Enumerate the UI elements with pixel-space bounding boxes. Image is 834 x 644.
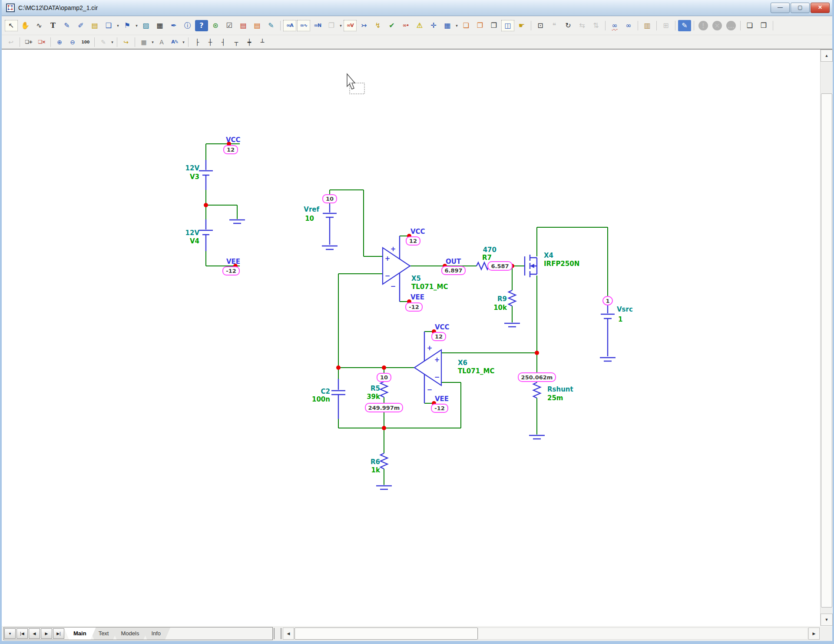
- select-mode-button[interactable]: ↖: [5, 20, 18, 31]
- prev-page-button[interactable]: ◀: [29, 628, 40, 639]
- flag-mode-button[interactable]: ⚑: [121, 20, 134, 31]
- show-attribute-text-button[interactable]: ∞A: [283, 20, 296, 31]
- tab-list-button[interactable]: ▾: [4, 628, 16, 639]
- font-style-button-dropdown-icon[interactable]: ▾: [181, 40, 186, 44]
- show-power-button[interactable]: ↯: [371, 20, 384, 31]
- resistor-R6[interactable]: [381, 453, 387, 469]
- split-window-button[interactable]: ❏: [460, 20, 473, 31]
- select-area-button[interactable]: ⊡: [534, 20, 547, 31]
- warning-button[interactable]: ⚠: [413, 20, 426, 31]
- zoom-100-button[interactable]: 100: [79, 37, 92, 47]
- vertical-scroll-track[interactable]: [821, 62, 833, 93]
- maximize-button[interactable]: ▢: [791, 3, 810, 13]
- tab-info[interactable]: Info: [142, 627, 170, 640]
- align-right-button[interactable]: ┤: [217, 37, 229, 47]
- find-next-button[interactable]: ∞: [622, 20, 635, 31]
- flag-mode-button-dropdown-icon[interactable]: ▾: [134, 23, 139, 28]
- draw-toggle-button-dropdown-icon[interactable]: ▾: [110, 40, 115, 44]
- show-currents-button[interactable]: ↣: [357, 20, 371, 31]
- move-button[interactable]: ✛: [427, 20, 440, 31]
- page-small-button[interactable]: ❐: [487, 20, 500, 31]
- annotation-button[interactable]: ✒: [167, 20, 180, 31]
- grid-button-dropdown-icon[interactable]: ▾: [454, 23, 459, 28]
- next-page-button[interactable]: ▶: [41, 628, 52, 639]
- opamp-X6[interactable]: + − + −: [414, 332, 441, 403]
- battery-Vsrc[interactable]: [601, 305, 615, 356]
- text-mode-button[interactable]: T: [46, 20, 60, 31]
- schematic-page[interactable]: + − + −: [2, 50, 820, 626]
- battery-V4[interactable]: [199, 219, 213, 251]
- capacitor-C2[interactable]: [331, 379, 345, 419]
- bus-button[interactable]: ▤: [88, 20, 101, 31]
- text-area-button[interactable]: ▤: [251, 20, 264, 31]
- last-page-button[interactable]: ▶|: [53, 628, 64, 639]
- battery-Vref[interactable]: [323, 204, 337, 245]
- help-mode-button[interactable]: ?: [195, 20, 208, 31]
- battery-V3[interactable]: [199, 160, 213, 190]
- spreadsheet-button[interactable]: ▦: [153, 20, 166, 31]
- shape-tools-button-dropdown-icon[interactable]: ▾: [116, 23, 120, 28]
- diagonal-wire-button[interactable]: ✐: [74, 20, 87, 31]
- find-button[interactable]: ∞: [608, 20, 621, 31]
- align-left-button[interactable]: ├: [191, 37, 203, 47]
- wire-draw-button[interactable]: ✎: [60, 20, 73, 31]
- shape-tools-button[interactable]: ❑: [102, 20, 115, 31]
- horizontal-scroll-thumb[interactable]: [295, 627, 478, 640]
- scroll-right-button[interactable]: ▶: [808, 627, 820, 640]
- align-middle-button[interactable]: ┿: [243, 37, 255, 47]
- tab-splitter[interactable]: [274, 628, 281, 639]
- send-to-back-button[interactable]: ❒: [757, 20, 770, 31]
- component-link-button[interactable]: ⊛: [209, 20, 222, 31]
- region-enable-button[interactable]: ▤: [237, 20, 250, 31]
- edit-page-button[interactable]: ✎: [265, 20, 278, 31]
- info-mode-button[interactable]: ⓘ: [181, 20, 194, 31]
- font-button[interactable]: A: [156, 37, 168, 47]
- wire-mode-button[interactable]: ∿: [33, 20, 46, 31]
- circuit-wires[interactable]: [206, 144, 608, 485]
- mosfet-X4[interactable]: [525, 255, 537, 277]
- flowchart-button[interactable]: ◫: [501, 20, 514, 31]
- show-conditions-button[interactable]: ✔: [385, 20, 398, 31]
- align-bottom-button[interactable]: ┴: [256, 37, 268, 47]
- notes-button[interactable]: ▥: [641, 20, 654, 31]
- zoom-in-button[interactable]: ⊕: [53, 37, 66, 47]
- rotate-button[interactable]: ↻: [562, 20, 575, 31]
- horizontal-scroll-track[interactable]: [478, 627, 808, 640]
- helpers-button[interactable]: ☛: [515, 20, 528, 31]
- vertical-scroll-thumb[interactable]: [821, 93, 832, 607]
- opamp-X5[interactable]: + − + −: [383, 236, 410, 302]
- resistor-R5[interactable]: [381, 382, 387, 397]
- picture-button[interactable]: ▨: [139, 20, 152, 31]
- font-style-button[interactable]: A✎: [169, 37, 181, 47]
- close-button[interactable]: ✕: [811, 3, 830, 13]
- resistor-R9[interactable]: [509, 290, 516, 306]
- pan-button[interactable]: ✋: [19, 20, 32, 31]
- add-page-button[interactable]: ❏+: [23, 37, 35, 47]
- enable-toggle-button[interactable]: ☑: [223, 20, 236, 31]
- scroll-up-button[interactable]: ▲: [821, 50, 833, 62]
- scroll-down-button[interactable]: ▼: [821, 614, 833, 626]
- scroll-left-button[interactable]: ◀: [283, 627, 294, 640]
- zoom-out-button[interactable]: ⊖: [66, 37, 79, 47]
- layout-button[interactable]: ▦: [138, 37, 150, 47]
- page-up-button[interactable]: ↪: [120, 37, 132, 47]
- bring-to-front-button[interactable]: ❏: [743, 20, 756, 31]
- first-page-button[interactable]: |◀: [17, 628, 28, 639]
- minimize-button[interactable]: —: [771, 3, 790, 13]
- schematic-drawing[interactable]: + − + −: [2, 50, 820, 626]
- vertical-scroll-track-bottom[interactable]: [821, 607, 833, 614]
- probe-button-dropdown-icon[interactable]: ▾: [338, 23, 343, 28]
- page-button[interactable]: ❐: [473, 20, 486, 31]
- edit-window-button[interactable]: ✎: [678, 20, 691, 31]
- align-top-button[interactable]: ┬: [230, 37, 242, 47]
- show-node-voltages-button[interactable]: ∞V: [344, 20, 357, 31]
- layout-button-dropdown-icon[interactable]: ▾: [150, 40, 155, 44]
- resistor-Rshunt[interactable]: [533, 382, 540, 398]
- vertical-scrollbar[interactable]: ▲ ▼: [820, 50, 833, 626]
- delete-page-button[interactable]: ❏×: [36, 37, 48, 47]
- tab-main[interactable]: Main: [64, 627, 96, 640]
- show-grid-text-button[interactable]: ∞∿: [297, 20, 310, 31]
- grid-button[interactable]: ▦: [441, 20, 454, 31]
- show-node-numbers-button[interactable]: ∞N: [311, 20, 324, 31]
- align-center-button[interactable]: ┼: [204, 37, 216, 47]
